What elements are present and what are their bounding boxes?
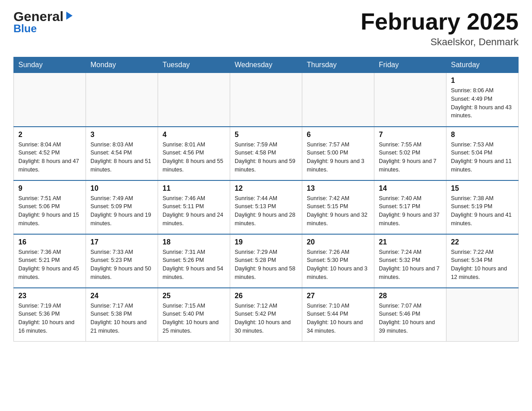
day-info: Sunrise: 7:31 AM Sunset: 5:26 PM Dayligh… bbox=[163, 248, 225, 282]
day-number: 10 bbox=[90, 184, 153, 193]
day-number: 11 bbox=[163, 184, 225, 193]
logo-bottom-text: Blue bbox=[13, 22, 37, 35]
day-number: 6 bbox=[307, 131, 369, 139]
day-number: 20 bbox=[307, 238, 369, 246]
day-info: Sunrise: 7:49 AM Sunset: 5:09 PM Dayligh… bbox=[90, 194, 153, 228]
header-friday: Friday bbox=[374, 57, 446, 73]
header-thursday: Thursday bbox=[302, 57, 374, 73]
calendar-cell: 19Sunrise: 7:29 AM Sunset: 5:28 PM Dayli… bbox=[230, 234, 302, 288]
calendar-cell: 28Sunrise: 7:07 AM Sunset: 5:46 PM Dayli… bbox=[374, 288, 446, 342]
calendar-cell: 6Sunrise: 7:57 AM Sunset: 5:00 PM Daylig… bbox=[302, 127, 374, 180]
calendar-cell bbox=[446, 288, 519, 342]
day-number: 1 bbox=[451, 77, 514, 85]
calendar-cell: 22Sunrise: 7:22 AM Sunset: 5:34 PM Dayli… bbox=[446, 234, 519, 288]
calendar-cell: 17Sunrise: 7:33 AM Sunset: 5:23 PM Dayli… bbox=[86, 234, 158, 288]
day-info: Sunrise: 7:38 AM Sunset: 5:19 PM Dayligh… bbox=[451, 194, 514, 228]
days-header-row: Sunday Monday Tuesday Wednesday Thursday… bbox=[14, 57, 519, 73]
day-info: Sunrise: 7:17 AM Sunset: 5:38 PM Dayligh… bbox=[90, 302, 153, 335]
calendar-cell: 16Sunrise: 7:36 AM Sunset: 5:21 PM Dayli… bbox=[14, 234, 86, 288]
day-info: Sunrise: 7:19 AM Sunset: 5:36 PM Dayligh… bbox=[18, 302, 81, 335]
week-row-1: 1Sunrise: 8:06 AM Sunset: 4:49 PM Daylig… bbox=[14, 73, 519, 127]
day-number: 25 bbox=[163, 292, 225, 300]
header-monday: Monday bbox=[86, 57, 158, 73]
day-number: 8 bbox=[451, 131, 514, 139]
logo-top-text: General bbox=[13, 9, 64, 24]
day-number: 18 bbox=[163, 238, 225, 246]
calendar-cell bbox=[158, 73, 230, 127]
day-number: 3 bbox=[90, 131, 153, 139]
day-info: Sunrise: 7:57 AM Sunset: 5:00 PM Dayligh… bbox=[307, 141, 369, 174]
day-info: Sunrise: 7:07 AM Sunset: 5:46 PM Dayligh… bbox=[379, 302, 442, 335]
calendar-cell: 25Sunrise: 7:15 AM Sunset: 5:40 PM Dayli… bbox=[158, 288, 230, 342]
calendar-cell: 27Sunrise: 7:10 AM Sunset: 5:44 PM Dayli… bbox=[302, 288, 374, 342]
day-number: 12 bbox=[235, 184, 297, 193]
svg-marker-0 bbox=[66, 12, 73, 20]
calendar-cell: 1Sunrise: 8:06 AM Sunset: 4:49 PM Daylig… bbox=[446, 73, 519, 127]
day-number: 23 bbox=[18, 292, 81, 300]
page-header: General Blue February 2025 Skaelskor, De… bbox=[13, 9, 519, 48]
calendar-table: Sunday Monday Tuesday Wednesday Thursday… bbox=[13, 57, 519, 342]
week-row-3: 9Sunrise: 7:51 AM Sunset: 5:06 PM Daylig… bbox=[14, 180, 519, 234]
day-number: 2 bbox=[18, 131, 81, 139]
day-number: 9 bbox=[18, 184, 81, 193]
calendar-cell: 10Sunrise: 7:49 AM Sunset: 5:09 PM Dayli… bbox=[86, 180, 158, 234]
day-number: 7 bbox=[379, 131, 442, 139]
day-info: Sunrise: 7:53 AM Sunset: 5:04 PM Dayligh… bbox=[451, 141, 514, 174]
day-number: 17 bbox=[90, 238, 153, 246]
day-info: Sunrise: 7:42 AM Sunset: 5:15 PM Dayligh… bbox=[307, 194, 369, 228]
day-number: 21 bbox=[379, 238, 442, 246]
header-saturday: Saturday bbox=[446, 57, 519, 73]
day-info: Sunrise: 7:12 AM Sunset: 5:42 PM Dayligh… bbox=[235, 302, 297, 335]
header-wednesday: Wednesday bbox=[230, 57, 302, 73]
day-info: Sunrise: 7:55 AM Sunset: 5:02 PM Dayligh… bbox=[379, 141, 442, 174]
day-info: Sunrise: 7:15 AM Sunset: 5:40 PM Dayligh… bbox=[163, 302, 225, 335]
day-number: 27 bbox=[307, 292, 369, 300]
day-info: Sunrise: 8:04 AM Sunset: 4:52 PM Dayligh… bbox=[18, 141, 81, 174]
day-info: Sunrise: 7:40 AM Sunset: 5:17 PM Dayligh… bbox=[379, 194, 442, 228]
calendar-cell: 14Sunrise: 7:40 AM Sunset: 5:17 PM Dayli… bbox=[374, 180, 446, 234]
day-info: Sunrise: 7:29 AM Sunset: 5:28 PM Dayligh… bbox=[235, 248, 297, 282]
calendar-cell: 15Sunrise: 7:38 AM Sunset: 5:19 PM Dayli… bbox=[446, 180, 519, 234]
day-info: Sunrise: 8:01 AM Sunset: 4:56 PM Dayligh… bbox=[163, 141, 225, 174]
logo: General Blue bbox=[13, 9, 74, 35]
day-number: 4 bbox=[163, 131, 225, 139]
calendar-cell: 3Sunrise: 8:03 AM Sunset: 4:54 PM Daylig… bbox=[86, 127, 158, 180]
day-info: Sunrise: 7:24 AM Sunset: 5:32 PM Dayligh… bbox=[379, 248, 442, 282]
day-number: 14 bbox=[379, 184, 442, 193]
calendar-cell: 7Sunrise: 7:55 AM Sunset: 5:02 PM Daylig… bbox=[374, 127, 446, 180]
calendar-cell: 11Sunrise: 7:46 AM Sunset: 5:11 PM Dayli… bbox=[158, 180, 230, 234]
day-info: Sunrise: 7:36 AM Sunset: 5:21 PM Dayligh… bbox=[18, 248, 81, 282]
calendar-cell: 24Sunrise: 7:17 AM Sunset: 5:38 PM Dayli… bbox=[86, 288, 158, 342]
calendar-cell: 21Sunrise: 7:24 AM Sunset: 5:32 PM Dayli… bbox=[374, 234, 446, 288]
day-info: Sunrise: 7:51 AM Sunset: 5:06 PM Dayligh… bbox=[18, 194, 81, 228]
calendar-cell: 2Sunrise: 8:04 AM Sunset: 4:52 PM Daylig… bbox=[14, 127, 86, 180]
day-number: 15 bbox=[451, 184, 514, 193]
day-info: Sunrise: 7:33 AM Sunset: 5:23 PM Dayligh… bbox=[90, 248, 153, 282]
day-number: 13 bbox=[307, 184, 369, 193]
logo-arrow-icon bbox=[64, 11, 74, 22]
day-number: 24 bbox=[90, 292, 153, 300]
calendar-cell bbox=[374, 73, 446, 127]
day-info: Sunrise: 7:59 AM Sunset: 4:58 PM Dayligh… bbox=[235, 141, 297, 174]
day-number: 16 bbox=[18, 238, 81, 246]
week-row-5: 23Sunrise: 7:19 AM Sunset: 5:36 PM Dayli… bbox=[14, 288, 519, 342]
week-row-4: 16Sunrise: 7:36 AM Sunset: 5:21 PM Dayli… bbox=[14, 234, 519, 288]
calendar-cell bbox=[86, 73, 158, 127]
calendar-cell: 9Sunrise: 7:51 AM Sunset: 5:06 PM Daylig… bbox=[14, 180, 86, 234]
day-info: Sunrise: 7:26 AM Sunset: 5:30 PM Dayligh… bbox=[307, 248, 369, 282]
day-number: 5 bbox=[235, 131, 297, 139]
day-info: Sunrise: 7:46 AM Sunset: 5:11 PM Dayligh… bbox=[163, 194, 225, 228]
day-info: Sunrise: 7:22 AM Sunset: 5:34 PM Dayligh… bbox=[451, 248, 514, 282]
calendar-cell: 23Sunrise: 7:19 AM Sunset: 5:36 PM Dayli… bbox=[14, 288, 86, 342]
calendar-cell: 18Sunrise: 7:31 AM Sunset: 5:26 PM Dayli… bbox=[158, 234, 230, 288]
calendar-cell: 26Sunrise: 7:12 AM Sunset: 5:42 PM Dayli… bbox=[230, 288, 302, 342]
calendar-cell: 12Sunrise: 7:44 AM Sunset: 5:13 PM Dayli… bbox=[230, 180, 302, 234]
day-info: Sunrise: 8:06 AM Sunset: 4:49 PM Dayligh… bbox=[451, 86, 514, 120]
header-tuesday: Tuesday bbox=[158, 57, 230, 73]
day-info: Sunrise: 8:03 AM Sunset: 4:54 PM Dayligh… bbox=[90, 141, 153, 174]
day-number: 26 bbox=[235, 292, 297, 300]
calendar-cell bbox=[14, 73, 86, 127]
calendar-cell: 13Sunrise: 7:42 AM Sunset: 5:15 PM Dayli… bbox=[302, 180, 374, 234]
day-number: 19 bbox=[235, 238, 297, 246]
week-row-2: 2Sunrise: 8:04 AM Sunset: 4:52 PM Daylig… bbox=[14, 127, 519, 180]
